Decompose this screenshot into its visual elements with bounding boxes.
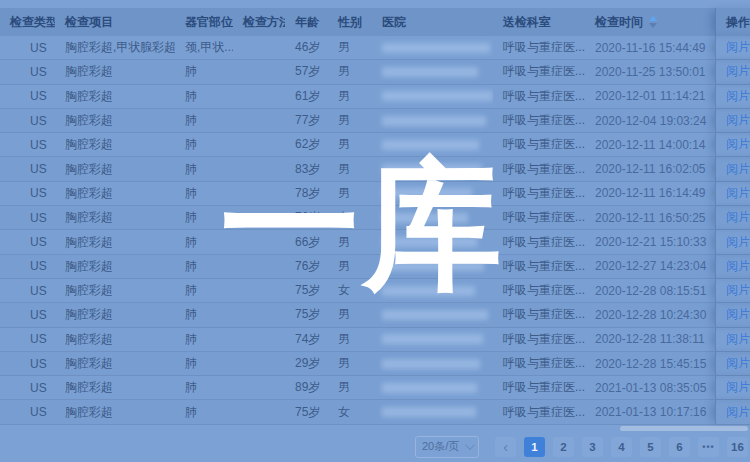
table-row[interactable]: US胸腔彩超肺89岁男呼吸与重症医...2021-01-13 08:35:05阅… xyxy=(0,376,750,400)
cell-exam-item: 胸腔彩超 xyxy=(55,157,175,180)
cell-age: 61岁 xyxy=(285,85,328,108)
table-row[interactable]: US胸腔彩超肺75岁女呼吸与重症医...2021-01-13 10:17:16阅… xyxy=(0,400,750,424)
column-header-exam-time[interactable]: 检查时间 xyxy=(585,8,715,36)
column-header-exam-method[interactable]: 检查方法 xyxy=(233,8,285,36)
cell-gender: 男 xyxy=(328,376,372,399)
cell-sending-dept: 呼吸与重症医... xyxy=(493,36,585,59)
view-images-link[interactable]: 阅片 xyxy=(726,136,750,153)
cell-exam-method xyxy=(233,182,285,205)
page-button-6[interactable]: 6 xyxy=(669,437,690,457)
cell-organ-part: 肺 xyxy=(175,60,233,83)
redacted-hospital-name xyxy=(382,310,488,320)
cell-exam-item: 胸腔彩超 xyxy=(55,230,175,253)
cell-action: 阅片 xyxy=(715,255,750,278)
column-header-age[interactable]: 年龄 xyxy=(285,8,328,36)
cell-exam-method xyxy=(233,109,285,132)
cell-exam-item: 胸腔彩超 xyxy=(55,85,175,108)
view-images-link[interactable]: 阅片 xyxy=(726,234,750,251)
cell-sending-dept: 呼吸与重症医... xyxy=(493,206,585,229)
cell-gender: 男 xyxy=(328,109,372,132)
page-button-1[interactable]: 1 xyxy=(524,437,545,457)
table-row[interactable]: US胸腔彩超肺74岁男呼吸与重症医...2020-12-28 11:38:11阅… xyxy=(0,328,750,352)
table-row[interactable]: US胸腔彩超肺75岁男呼吸与重症医...2020-12-28 10:24:30阅… xyxy=(0,303,750,327)
more-pages-button[interactable]: ••• xyxy=(698,437,719,457)
view-images-link[interactable]: 阅片 xyxy=(726,306,750,323)
redacted-hospital-name xyxy=(382,334,483,344)
view-images-link[interactable]: 阅片 xyxy=(726,379,750,396)
cell-sending-dept: 呼吸与重症医... xyxy=(493,400,585,423)
cell-gender: 男 xyxy=(328,60,372,83)
cell-exam-method xyxy=(233,133,285,156)
cell-hospital xyxy=(372,36,493,59)
table-row[interactable]: US胸腔彩超肺77岁男呼吸与重症医...2020-12-04 19:03:24阅… xyxy=(0,109,750,133)
table-row[interactable]: US胸腔彩超肺57岁男呼吸与重症医...2020-11-25 13:50:01阅… xyxy=(0,60,750,84)
sort-descending-icon[interactable] xyxy=(649,23,657,28)
redacted-hospital-name xyxy=(382,407,476,417)
page-button-2[interactable]: 2 xyxy=(553,437,574,457)
cell-sending-dept: 呼吸与重症医... xyxy=(493,279,585,302)
cell-exam-type: US xyxy=(0,109,55,132)
cell-hospital xyxy=(372,328,493,351)
table-row[interactable]: US胸腔彩超肺61岁男呼吸与重症医...2020-12-01 11:14:21阅… xyxy=(0,85,750,109)
cell-sending-dept: 呼吸与重症医... xyxy=(493,182,585,205)
table-row[interactable]: US胸腔彩超肺83岁男呼吸与重症医...2020-12-11 16:02:05阅… xyxy=(0,157,750,181)
table-row[interactable]: US胸腔彩超肺29岁男呼吸与重症医...2020-12-28 15:45:15阅… xyxy=(0,352,750,376)
cell-exam-type: US xyxy=(0,352,55,375)
table-row[interactable]: US胸腔彩超肺78岁男呼吸与重症医...2020-12-11 16:14:49阅… xyxy=(0,182,750,206)
view-images-link[interactable]: 阅片 xyxy=(726,404,750,421)
column-header-sending-dept[interactable]: 送检科室 xyxy=(493,8,585,36)
view-images-link[interactable]: 阅片 xyxy=(726,331,750,348)
cell-age: 83岁 xyxy=(285,157,328,180)
column-header-organ-part[interactable]: 器官部位 xyxy=(175,8,233,36)
cell-sending-dept: 呼吸与重症医... xyxy=(493,109,585,132)
table-row[interactable]: US胸腔彩超肺76岁女呼吸与重症医...2020-12-11 16:50:25阅… xyxy=(0,206,750,230)
view-images-link[interactable]: 阅片 xyxy=(726,39,750,56)
page-button-3[interactable]: 3 xyxy=(582,437,603,457)
column-header-exam-type[interactable]: 检查类型 xyxy=(0,8,55,36)
prev-page-button[interactable]: ‹ xyxy=(495,437,516,457)
view-images-link[interactable]: 阅片 xyxy=(726,112,750,129)
cell-action: 阅片 xyxy=(715,85,750,108)
table-row[interactable]: US胸腔彩超肺76岁男呼吸与重症医...2020-12-27 14:23:04阅… xyxy=(0,255,750,279)
cell-exam-time: 2020-12-04 19:03:24 xyxy=(585,109,715,132)
column-header-hospital[interactable]: 医院 xyxy=(372,8,493,36)
cell-hospital xyxy=(372,400,493,423)
sort-control[interactable] xyxy=(649,16,657,28)
view-images-link[interactable]: 阅片 xyxy=(726,355,750,372)
sort-ascending-icon[interactable] xyxy=(649,16,657,21)
cell-exam-item: 胸腔彩超 xyxy=(55,60,175,83)
redacted-hospital-name xyxy=(382,286,475,296)
table-row[interactable]: US胸腔彩超,甲状腺彩超颈,甲状...46岁男呼吸与重症医...2020-11-… xyxy=(0,36,750,60)
table-row[interactable]: US胸腔彩超肺66岁男呼吸与重症医...2020-12-21 15:10:33阅… xyxy=(0,230,750,254)
table-row[interactable]: US胸腔彩超肺62岁男呼吸与重症医...2020-12-11 14:00:14阅… xyxy=(0,133,750,157)
column-header-gender[interactable]: 性别 xyxy=(328,8,372,36)
view-images-link[interactable]: 阅片 xyxy=(726,282,750,299)
view-images-link[interactable]: 阅片 xyxy=(726,209,750,226)
redacted-hospital-name xyxy=(382,67,478,77)
redacted-hospital-name xyxy=(382,43,490,53)
view-images-link[interactable]: 阅片 xyxy=(726,161,750,178)
view-images-link[interactable]: 阅片 xyxy=(726,63,750,80)
cell-exam-time: 2020-12-28 08:15:51 xyxy=(585,279,715,302)
view-images-link[interactable]: 阅片 xyxy=(726,258,750,275)
page-button-16[interactable]: 16 xyxy=(727,437,748,457)
cell-exam-type: US xyxy=(0,157,55,180)
cell-organ-part: 肺 xyxy=(175,255,233,278)
view-images-link[interactable]: 阅片 xyxy=(726,185,750,202)
cell-gender: 男 xyxy=(328,230,372,253)
page-size-select[interactable]: 20条/页 xyxy=(415,436,479,458)
table-row[interactable]: US胸腔彩超肺75岁女呼吸与重症医...2020-12-28 08:15:51阅… xyxy=(0,279,750,303)
cell-exam-time: 2020-12-11 16:50:25 xyxy=(585,206,715,229)
cell-exam-method xyxy=(233,157,285,180)
view-images-link[interactable]: 阅片 xyxy=(726,88,750,105)
cell-exam-time: 2020-12-01 11:14:21 xyxy=(585,85,715,108)
page-button-4[interactable]: 4 xyxy=(611,437,632,457)
cell-age: 76岁 xyxy=(285,255,328,278)
page-button-5[interactable]: 5 xyxy=(640,437,661,457)
cell-sending-dept: 呼吸与重症医... xyxy=(493,230,585,253)
column-header-exam-item[interactable]: 检查项目 xyxy=(55,8,175,36)
cell-exam-type: US xyxy=(0,376,55,399)
cell-organ-part: 肺 xyxy=(175,133,233,156)
cell-age: 75岁 xyxy=(285,303,328,326)
cell-exam-method xyxy=(233,352,285,375)
